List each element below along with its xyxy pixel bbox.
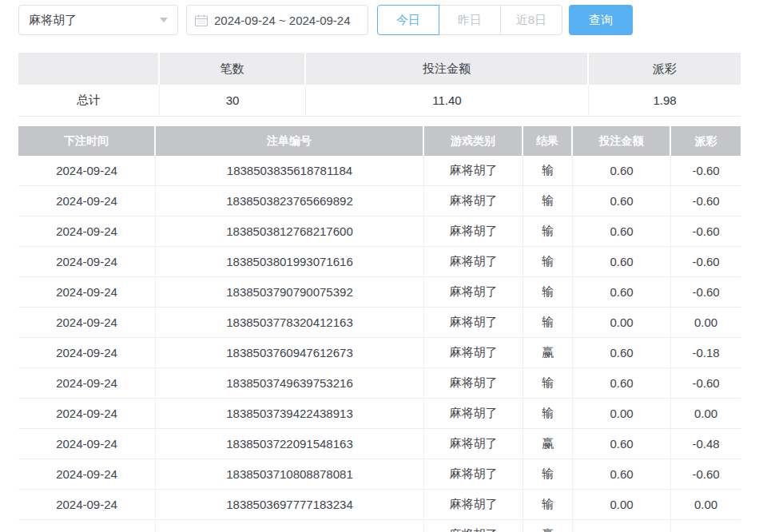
search-button[interactable]: 查询 bbox=[569, 5, 633, 35]
cell-bet-time: 2024-09-24 bbox=[18, 368, 156, 399]
cell-result: 输 bbox=[523, 308, 573, 338]
cell-game-type: 麻将胡了 bbox=[424, 247, 523, 277]
cell-payout: -0.60 bbox=[671, 247, 741, 277]
cell-order-id: 1838503790790075392 bbox=[156, 277, 424, 308]
cell-result: 赢 bbox=[523, 520, 573, 532]
today-button[interactable]: 今日 bbox=[377, 5, 439, 35]
filter-bar: 麻将胡了 今日 昨日 近8日 查询 bbox=[18, 5, 741, 35]
cell-game-type: 麻将胡了 bbox=[424, 308, 523, 338]
last-8-days-button[interactable]: 近8日 bbox=[500, 5, 562, 35]
table-row: 2024-09-24 1838503801993071616 麻将胡了 输 0.… bbox=[18, 247, 741, 277]
cell-game-type: 麻将胡了 bbox=[424, 459, 523, 490]
cell-payout: -0.60 bbox=[671, 156, 741, 186]
cell-game-type: 麻将胡了 bbox=[424, 429, 523, 459]
cell-payout: -0.60 bbox=[671, 216, 741, 247]
cell-bet-time: 2024-09-24 bbox=[18, 399, 156, 429]
cell-payout: -0.60 bbox=[671, 277, 741, 308]
cell-bet-amount: 0.60 bbox=[573, 338, 671, 368]
game-select[interactable]: 麻将胡了 bbox=[18, 5, 178, 35]
cell-order-id: 1838503710808878081 bbox=[156, 459, 424, 490]
cell-order-id: 1838503823765669892 bbox=[156, 186, 424, 216]
summary-table: 笔数 投注金额 派彩 总计 30 11.40 1.98 bbox=[18, 53, 741, 117]
summary-header-blank bbox=[18, 53, 160, 85]
cell-bet-time: 2024-09-24 bbox=[18, 459, 156, 490]
cell-order-id: 1838503812768217600 bbox=[156, 216, 424, 247]
table-row: 2024-09-24 1838503739422438913 麻将胡了 输 0.… bbox=[18, 399, 741, 429]
cell-bet-amount: 0.60 bbox=[573, 216, 671, 247]
calendar-icon bbox=[195, 14, 208, 26]
cell-bet-time bbox=[18, 520, 156, 532]
cell-bet-time: 2024-09-24 bbox=[18, 490, 156, 520]
cell-order-id: 1838503801993071616 bbox=[156, 247, 424, 277]
cell-order-id: 1838503722091548163 bbox=[156, 429, 424, 459]
cell-game-type: 麻将胡了 bbox=[424, 186, 523, 216]
date-range-input[interactable] bbox=[214, 14, 360, 27]
cell-bet-amount: 0.60 bbox=[573, 368, 671, 399]
column-header-result: 结果 bbox=[523, 126, 573, 156]
cell-bet-time: 2024-09-24 bbox=[18, 247, 156, 277]
cell-result: 输 bbox=[523, 399, 573, 429]
cell-bet-time: 2024-09-24 bbox=[18, 277, 156, 308]
table-row: 2024-09-24 1838503722091548163 麻将胡了 赢 0.… bbox=[18, 429, 741, 459]
bet-table-body: 2024-09-24 1838503835618781184 麻将胡了 输 0.… bbox=[18, 156, 741, 532]
cell-bet-time: 2024-09-24 bbox=[18, 156, 156, 186]
cell-game-type: 麻将胡了 bbox=[424, 368, 523, 399]
cell-bet-amount bbox=[573, 520, 671, 532]
cell-payout: -0.60 bbox=[671, 459, 741, 490]
column-header-time: 下注时间 bbox=[18, 126, 156, 156]
column-header-order: 注单编号 bbox=[156, 126, 424, 156]
table-row: 2024-09-24 1838503749639753216 麻将胡了 输 0.… bbox=[18, 368, 741, 399]
cell-game-type: 麻将胡了 bbox=[424, 399, 523, 429]
table-row: 2024-09-24 1838503823765669892 麻将胡了 输 0.… bbox=[18, 186, 741, 216]
cell-bet-amount: 0.60 bbox=[573, 247, 671, 277]
cell-bet-time: 2024-09-24 bbox=[18, 186, 156, 216]
date-range-picker[interactable] bbox=[186, 5, 368, 35]
cell-order-id bbox=[156, 520, 424, 532]
cell-game-type: 麻将胡了 bbox=[424, 490, 523, 520]
bet-table: 下注时间 注单编号 游戏类别 结果 投注金额 派彩 2024-09-24 183… bbox=[18, 126, 741, 532]
column-header-payout: 派彩 bbox=[671, 126, 741, 156]
cell-payout: 0.00 bbox=[671, 399, 741, 429]
table-row: 2024-09-24 1838503812768217600 麻将胡了 输 0.… bbox=[18, 216, 741, 247]
table-row: 2024-09-24 1838503778320412163 麻将胡了 输 0.… bbox=[18, 308, 741, 338]
table-row: 2024-09-24 1838503760947612673 麻将胡了 赢 0.… bbox=[18, 338, 741, 368]
cell-result: 输 bbox=[523, 156, 573, 186]
table-row: 2024-09-24 1838503790790075392 麻将胡了 输 0.… bbox=[18, 277, 741, 308]
cell-payout: 0.00 bbox=[671, 490, 741, 520]
table-row: 2024-09-24 1838503697777183234 麻将胡了 输 0.… bbox=[18, 490, 741, 520]
betting-records-page: 麻将胡了 今日 昨日 近8日 查询 笔数 投注金额 派彩 bbox=[0, 0, 759, 532]
cell-order-id: 1838503778320412163 bbox=[156, 308, 424, 338]
cell-bet-amount: 0.00 bbox=[573, 308, 671, 338]
yesterday-button[interactable]: 昨日 bbox=[439, 5, 501, 35]
summary-header-amount: 投注金额 bbox=[306, 53, 589, 85]
cell-game-type: 麻将胡了 bbox=[424, 156, 523, 186]
cell-payout: -0.60 bbox=[671, 368, 741, 399]
cell-bet-amount: 0.60 bbox=[573, 156, 671, 186]
cell-game-type: 麻将胡了 bbox=[424, 277, 523, 308]
cell-payout: -0.18 bbox=[671, 338, 741, 368]
cell-result: 赢 bbox=[523, 338, 573, 368]
cell-order-id: 1838503749639753216 bbox=[156, 368, 424, 399]
cell-bet-amount: 0.60 bbox=[573, 186, 671, 216]
game-select-value: 麻将胡了 bbox=[29, 13, 160, 28]
table-row: 2024-09-24 1838503710808878081 麻将胡了 输 0.… bbox=[18, 459, 741, 490]
cell-bet-amount: 0.00 bbox=[573, 490, 671, 520]
cell-result: 输 bbox=[523, 490, 573, 520]
cell-bet-time: 2024-09-24 bbox=[18, 429, 156, 459]
cell-result: 输 bbox=[523, 216, 573, 247]
cell-order-id: 1838503835618781184 bbox=[156, 156, 424, 186]
cell-result: 输 bbox=[523, 247, 573, 277]
summary-total-label: 总计 bbox=[18, 85, 160, 117]
cell-bet-amount: 0.60 bbox=[573, 277, 671, 308]
cell-bet-amount: 0.00 bbox=[573, 399, 671, 429]
cell-order-id: 1838503760947612673 bbox=[156, 338, 424, 368]
cell-result: 赢 bbox=[523, 429, 573, 459]
chevron-down-icon bbox=[160, 18, 168, 22]
cell-bet-time: 2024-09-24 bbox=[18, 216, 156, 247]
summary-total-row: 总计 30 11.40 1.98 bbox=[18, 85, 741, 117]
cell-bet-time: 2024-09-24 bbox=[18, 338, 156, 368]
summary-total-count: 30 bbox=[160, 85, 306, 117]
cell-order-id: 1838503739422438913 bbox=[156, 399, 424, 429]
cell-game-type: 麻将胡了 bbox=[424, 216, 523, 247]
summary-header: 笔数 投注金额 派彩 bbox=[18, 53, 741, 85]
